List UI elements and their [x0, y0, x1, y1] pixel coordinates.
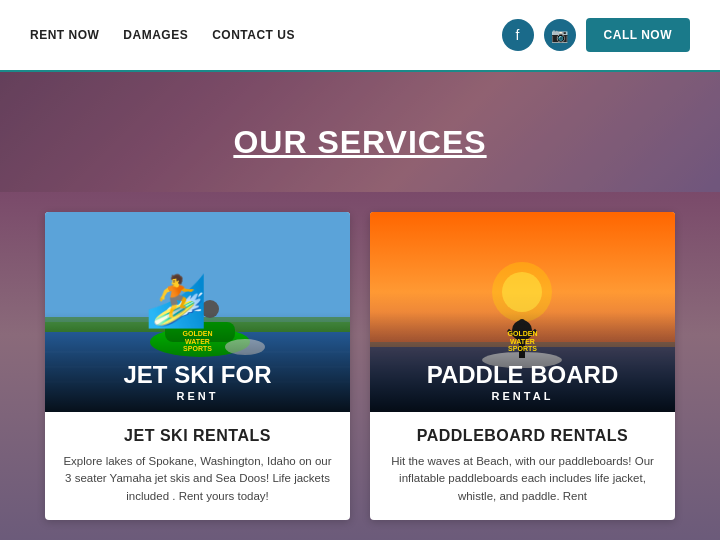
jetski-card-overlay: GOLDEN WATER SPORTS JET SKI FOR RENT: [45, 312, 350, 412]
paddleboard-overlay-title: PADDLE BOARD: [380, 362, 665, 388]
jetski-card-title: JET SKI RENTALS: [59, 427, 336, 445]
services-section: GOLDEN WATER SPORTS JET SKI FOR RENT JET…: [0, 192, 720, 540]
jetski-overlay-subtitle: RENT: [55, 390, 340, 402]
nav-rent-now[interactable]: RENT NOW: [30, 28, 99, 42]
jetski-card-image: GOLDEN WATER SPORTS JET SKI FOR RENT: [45, 212, 350, 412]
jetski-logo: GOLDEN WATER SPORTS: [173, 327, 223, 357]
svg-rect-0: [45, 212, 350, 322]
paddleboard-logo: GOLDEN WATER SPORTS: [498, 327, 548, 357]
jetski-card-description: Explore lakes of Spokane, Washington, Id…: [59, 453, 336, 505]
hero-section: OUR SERVICES: [0, 72, 720, 192]
instagram-icon[interactable]: 📷: [544, 19, 576, 51]
jetski-card-body: JET SKI RENTALS Explore lakes of Spokane…: [45, 412, 350, 520]
paddleboard-card-title: PADDLEBOARD RENTALS: [384, 427, 661, 445]
header: RENT NOW DAMAGES CONTACT US f 📷 CALL NOW: [0, 0, 720, 72]
jetski-card: GOLDEN WATER SPORTS JET SKI FOR RENT JET…: [45, 212, 350, 520]
jetski-logo-text: GOLDEN WATER SPORTS: [173, 330, 223, 353]
header-right: f 📷 CALL NOW: [502, 18, 690, 52]
nav-contact-us[interactable]: CONTACT US: [212, 28, 295, 42]
facebook-icon[interactable]: f: [502, 19, 534, 51]
nav-damages[interactable]: DAMAGES: [123, 28, 188, 42]
nav-links: RENT NOW DAMAGES CONTACT US: [30, 28, 295, 42]
paddleboard-overlay-subtitle: RENTAL: [380, 390, 665, 402]
jetski-overlay-title: JET SKI FOR: [55, 362, 340, 388]
paddleboard-card-overlay: GOLDEN WATER SPORTS PADDLE BOARD RENTAL: [370, 312, 675, 412]
paddleboard-card-description: Hit the waves at Beach, with our paddleb…: [384, 453, 661, 505]
hero-title: OUR SERVICES: [233, 124, 486, 161]
svg-point-8: [180, 302, 200, 322]
paddleboard-card: GOLDEN WATER SPORTS PADDLE BOARD RENTAL …: [370, 212, 675, 520]
paddleboard-card-body: PADDLEBOARD RENTALS Hit the waves at Bea…: [370, 412, 675, 520]
paddleboard-card-image: GOLDEN WATER SPORTS PADDLE BOARD RENTAL: [370, 212, 675, 412]
svg-point-13: [502, 272, 542, 312]
paddleboard-logo-text: GOLDEN WATER SPORTS: [498, 330, 548, 353]
call-now-button[interactable]: CALL NOW: [586, 18, 690, 52]
